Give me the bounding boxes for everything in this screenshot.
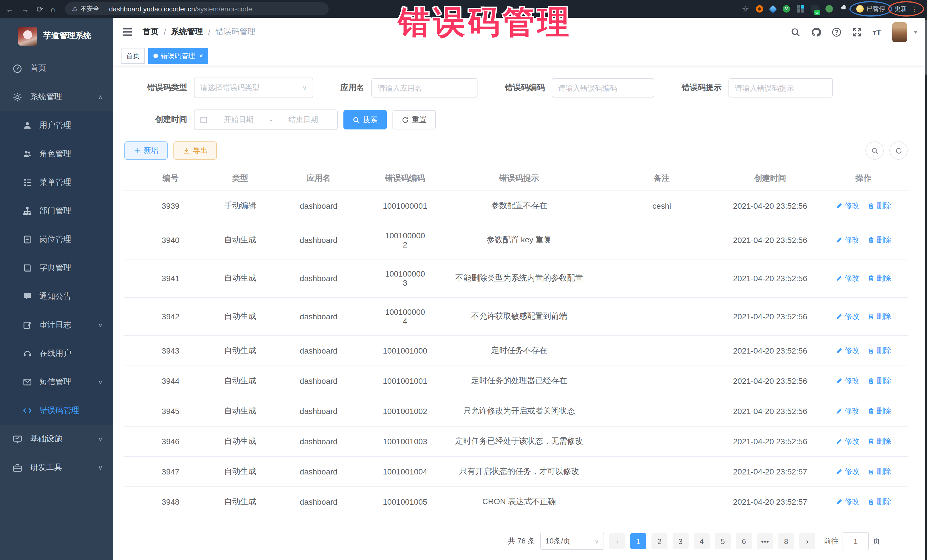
sidebar-item-departments[interactable]: 部门管理 [0,197,113,225]
delete-link[interactable]: 删除 [868,376,891,386]
show-search-button[interactable] [865,141,884,160]
paused-extension-chip[interactable]: 已暂停 [855,5,886,13]
scrollbar[interactable] [925,18,927,560]
extension-icon-key[interactable] [825,5,833,12]
date-range-picker[interactable]: 开始日期 - 结束日期 [194,109,338,130]
col-remark: 备注 [602,167,722,191]
sidebar-item-online-users[interactable]: 在线用户 [0,339,113,368]
site-security[interactable]: ⚠ 不安全 [72,5,99,13]
edit-link[interactable]: 修改 [836,497,859,507]
edit-link[interactable]: 修改 [836,311,859,322]
extensions-puzzle-icon[interactable] [840,3,848,14]
table-row: 3947自动生成dashboard1001001004只有开启状态的任务，才可以… [125,457,908,487]
back-icon[interactable]: ← [6,5,14,13]
delete-link[interactable]: 删除 [868,201,891,211]
edit-link[interactable]: 修改 [836,201,859,211]
next-page-button[interactable]: › [799,533,815,549]
add-button[interactable]: 新增 [125,141,168,160]
page-button-1[interactable]: 1 [631,533,646,549]
breadcrumb-system[interactable]: 系统管理 [171,27,203,37]
page-button-5[interactable]: 5 [715,533,731,549]
delete-link[interactable]: 删除 [868,466,891,477]
search-icon[interactable] [790,27,800,37]
row-id: 3941 [125,259,217,297]
github-icon[interactable] [811,27,821,37]
sidebar-item-infrastructure[interactable]: 基础设施 ∨ [0,425,113,453]
sidebar-toggle-icon[interactable] [122,27,132,36]
app-name-input[interactable] [371,78,477,97]
page-button-2[interactable]: 2 [652,533,667,549]
edit-link[interactable]: 修改 [836,466,859,477]
sidebar-item-home[interactable]: 首页 [0,54,113,83]
sidebar-item-dictionary[interactable]: 字典管理 [0,254,113,282]
page-size-select[interactable]: 10条/页 ∨ [540,533,604,550]
menu-dots-icon[interactable]: ⋮ [911,5,918,13]
extension-icon-gem[interactable] [769,5,777,13]
sidebar-item-error-codes[interactable]: 错误码管理 [0,396,113,425]
sidebar-item-posts[interactable]: 岗位管理 [0,225,113,254]
sidebar-item-label: 研发工具 [30,463,62,473]
sidebar-item-devtools[interactable]: 研发工具 ∨ [0,453,113,482]
error-message-input[interactable] [728,78,833,97]
delete-link[interactable]: 删除 [868,235,891,245]
extension-icon-on[interactable]: on [811,5,819,12]
row-id: 3945 [125,396,217,426]
sidebar-item-audit-log[interactable]: 审计日志 ∨ [0,311,113,339]
edit-link[interactable]: 修改 [836,235,859,245]
font-size-icon[interactable]: TT [872,28,881,36]
bookmark-star-icon[interactable]: ☆ [742,5,749,13]
delete-link[interactable]: 删除 [868,311,891,322]
row-time: 2021-04-20 23:52:56 [722,221,819,259]
breadcrumb-home[interactable]: 首页 [143,27,159,37]
error-code-input[interactable] [552,78,654,97]
browser-update-chip[interactable]: 更新 ⋮ [894,5,919,13]
page-button-4[interactable]: 4 [694,533,710,549]
user-avatar[interactable] [892,22,907,42]
col-actions: 操作 [819,167,908,191]
pencil-icon [836,408,842,414]
error-type-select[interactable]: 请选择错误码类型 ∨ [194,77,313,98]
delete-link[interactable]: 删除 [868,497,891,507]
edit-link[interactable]: 修改 [836,346,859,356]
row-type: 手动编辑 [217,191,264,221]
delete-link[interactable]: 删除 [868,346,891,356]
edit-link[interactable]: 修改 [836,436,859,446]
page-button-8[interactable]: 8 [778,533,794,549]
app-logo-row[interactable]: 芋道管理系统 [0,18,113,54]
delete-link[interactable]: 删除 [868,273,891,284]
address-bar[interactable]: ⚠ 不安全 dashboard.yudao.iocoder.cn/system/… [65,2,328,15]
close-icon[interactable]: × [199,52,203,59]
sidebar-item-roles[interactable]: 角色管理 [0,140,113,168]
export-button[interactable]: 导出 [173,141,217,160]
avatar-caret-icon[interactable] [913,30,918,33]
home-icon[interactable]: ⌂ [50,5,55,13]
edit-link[interactable]: 修改 [836,376,859,386]
refresh-table-button[interactable] [889,141,907,160]
page-button-6[interactable]: 6 [736,533,752,549]
delete-link[interactable]: 删除 [868,406,891,416]
sidebar-item-announcements[interactable]: 通知公告 [0,282,113,311]
page-button-3[interactable]: 3 [673,533,688,549]
tab-error-codes[interactable]: 错误码管理 × [148,48,208,64]
tab-home[interactable]: 首页 [121,48,145,64]
extension-icon-grid[interactable] [797,5,804,12]
reset-button[interactable]: 重置 [392,110,436,129]
sidebar-item-menus[interactable]: 菜单管理 [0,168,113,197]
edit-link[interactable]: 修改 [836,406,859,416]
edit-link[interactable]: 修改 [836,273,859,284]
sidebar-item-users[interactable]: 用户管理 [0,111,113,140]
search-button[interactable]: 搜索 [343,110,387,129]
reload-icon[interactable]: ⟳ [36,5,43,13]
sidebar-item-sms[interactable]: 短信管理 ∨ [0,368,113,396]
forward-icon[interactable]: → [21,5,29,13]
table-row: 3940自动生成dashboard100100000 2参数配置 key 重复2… [125,221,908,259]
extension-icon-orange[interactable] [756,5,763,12]
help-icon[interactable] [831,27,841,37]
delete-link[interactable]: 删除 [868,436,891,446]
fullscreen-icon[interactable] [852,27,862,37]
goto-page-input[interactable] [843,532,869,550]
prev-page-button[interactable]: ‹ [609,533,625,549]
extension-icon-green-v[interactable]: V [783,5,790,12]
more-pages-button[interactable]: ••• [757,533,773,549]
sidebar-item-system[interactable]: 系统管理 ∧ [0,83,113,111]
